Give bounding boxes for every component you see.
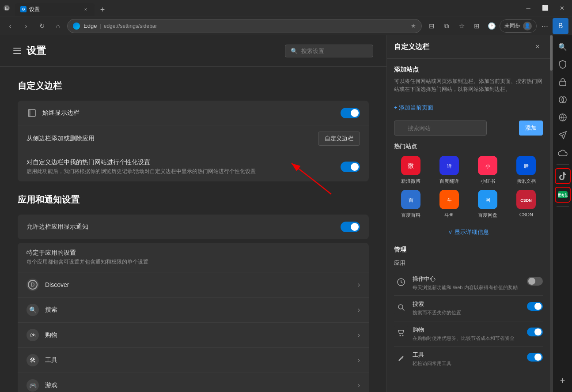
svg-line-28: [562, 134, 564, 136]
address-star-icon[interactable]: ★: [411, 23, 416, 29]
tab-close-btn[interactable]: ×: [82, 6, 89, 13]
discover-arrow: ›: [358, 281, 360, 289]
always-show-content: 始终显示边栏: [42, 109, 341, 117]
strip-cloud-btn[interactable]: [555, 145, 571, 161]
svg-point-26: [562, 97, 566, 103]
home-btn[interactable]: ⌂: [51, 19, 64, 33]
games-label: 游戏: [45, 381, 57, 389]
win-restore-btn[interactable]: ⊞: [4, 5, 10, 11]
collections-btn[interactable]: ⊞: [470, 19, 484, 33]
hot-site-baidu-netdisk[interactable]: 网 百度网盘: [471, 190, 504, 219]
sync-label: 未同步: [504, 22, 520, 30]
shopping-row[interactable]: 🛍 购物 ›: [18, 323, 369, 348]
add-site-btn[interactable]: 添加: [519, 121, 543, 136]
section-title-notify: 应用和通知设置: [18, 194, 369, 206]
strip-iqiyi-btn[interactable]: 爱奇艺: [555, 187, 571, 203]
strip-globe-btn[interactable]: [555, 109, 571, 125]
shopping-manage-toggle[interactable]: [527, 328, 543, 336]
hot-site-xiaohongshu[interactable]: 小 小红书: [471, 156, 504, 185]
strip-tiktok-btn[interactable]: [555, 168, 571, 184]
sidebar-panel-close-btn[interactable]: ×: [532, 41, 543, 52]
discover-row[interactable]: D Discover ›: [18, 272, 369, 298]
back-btn[interactable]: ‹: [4, 19, 17, 33]
hot-site-baidu-translate[interactable]: 译 百度翻译: [432, 156, 466, 185]
section-title-sidebar: 自定义边栏: [18, 80, 369, 92]
settings-content: 自定义边栏 始终显示边栏: [0, 67, 386, 392]
add-remove-content: 从侧边栏添加或删除应用: [27, 135, 318, 143]
add-site-section-title: 添加站点: [394, 66, 543, 74]
hot-site-weibo[interactable]: 微 新浪微博: [394, 156, 427, 185]
sidebar-panel-header: 自定义边栏 ×: [387, 35, 550, 59]
search-row[interactable]: 🔍 搜索 ›: [18, 298, 369, 323]
ops-toggle[interactable]: [527, 277, 543, 286]
strip-bag-btn[interactable]: [555, 74, 571, 90]
maximize-btn[interactable]: ⬜: [538, 1, 552, 15]
strip-send-btn[interactable]: [555, 127, 571, 143]
hot-site-baidu-baike[interactable]: 百 百度百科: [394, 190, 427, 219]
forward-btn[interactable]: ›: [19, 19, 33, 33]
tools-manage-desc: 轻松访问常用工具: [413, 360, 523, 367]
strip-shield-btn[interactable]: [555, 57, 571, 72]
tab-groups-btn[interactable]: ⧉: [439, 19, 454, 33]
shopping-manage-desc: 在购物时使用优惠券、比较节省成本和节省资金: [413, 335, 523, 342]
hot-site-douyu[interactable]: 斗 斗鱼: [432, 190, 466, 219]
search-app-label: 搜索: [45, 306, 57, 314]
svg-rect-24: [560, 81, 566, 86]
address-input[interactable]: Edge | edge://settings/sidebar ★: [67, 19, 422, 33]
app-specific-row: 特定于应用的设置 每个应用都包含可设置并包含通知和权限的单个设置: [18, 243, 369, 272]
strip-add-btn[interactable]: +: [555, 373, 571, 388]
sync-btn[interactable]: 未同步 👤: [500, 19, 537, 33]
active-tab[interactable]: ⚙ 设置 ×: [15, 3, 95, 16]
search-site-input[interactable]: [394, 121, 487, 136]
baidu-translate-icon: 译: [439, 156, 459, 175]
svg-point-22: [400, 335, 401, 336]
games-row[interactable]: 🎮 游戏 ›: [18, 373, 369, 392]
split-view-btn[interactable]: ⊟: [424, 19, 439, 33]
tools-manage-toggle[interactable]: [527, 353, 543, 362]
strip-divider-1: [557, 164, 569, 165]
svg-text:CSDN: CSDN: [521, 198, 532, 203]
search-site-wrapper: 🔍: [394, 121, 515, 136]
manage-item-shopping: 购物 在购物时使用优惠券、比较节省成本和节省资金: [394, 321, 543, 347]
settings-card-main: 始终显示边栏 从侧边栏添加或删除应用 自定义边栏: [18, 101, 369, 181]
xiaohongshu-icon: 小: [478, 156, 497, 175]
edge-logo-icon: [73, 23, 80, 30]
svg-text:译: 译: [447, 163, 451, 169]
hot-site-csdn[interactable]: CSDN CSDN: [510, 190, 543, 219]
ops-desc: 每天浏览新功能和 Web 内容以获得有价值的奖励: [413, 284, 523, 291]
bing-btn[interactable]: B: [553, 18, 568, 34]
strip-zoom-btn[interactable]: 🔍: [555, 39, 571, 55]
always-show-toggle[interactable]: [341, 108, 360, 118]
personalize-sublabel: 启用此功能后，我们将根据你的浏览历史记录/活动对自定义边栏中显示的热门网站进行个…: [27, 168, 341, 175]
show-details-btn[interactable]: ∨ 显示详细信息: [394, 226, 543, 239]
panel-scrollbar: [550, 35, 553, 392]
customize-sidebar-btn[interactable]: 自定义边栏: [318, 132, 360, 146]
hot-site-tencent[interactable]: 腾 腾讯文档: [510, 156, 543, 185]
allow-notify-content: 允许边栏应用显示通知: [27, 223, 341, 231]
more-btn[interactable]: ⋯: [538, 19, 552, 33]
svg-text:百: 百: [408, 197, 413, 203]
hamburger-icon[interactable]: [13, 48, 21, 54]
add-current-page-btn[interactable]: + 添加当前页面: [394, 100, 543, 115]
reload-btn[interactable]: ↻: [35, 19, 49, 33]
settings-search-box[interactable]: 🔍: [285, 45, 373, 57]
tools-row[interactable]: 🛠 工具 ›: [18, 348, 369, 373]
ops-icon: [394, 275, 408, 289]
add-current-label: + 添加当前页面: [394, 104, 433, 112]
favorites-btn[interactable]: ☆: [455, 19, 469, 33]
title-bar: ⊞ ⚙ 设置 × + ─ ⬜ ✕: [0, 0, 572, 16]
personalize-row: 对自定义边栏中我的热门网站进行个性化设置 启用此功能后，我们将根据你的浏览历史记…: [18, 152, 369, 181]
new-tab-btn[interactable]: +: [96, 4, 109, 16]
minimize-btn[interactable]: ─: [522, 1, 535, 15]
search-manage-toggle[interactable]: [527, 302, 543, 311]
baidu-netdisk-label: 百度网盘: [478, 212, 497, 219]
strip-theater-btn[interactable]: [555, 92, 571, 108]
allow-notify-toggle[interactable]: [341, 222, 360, 232]
settings-search-input[interactable]: [301, 48, 363, 54]
close-window-btn[interactable]: ✕: [555, 1, 568, 15]
personalize-toggle[interactable]: [341, 162, 360, 172]
toolbar-right: ⊟ ⧉ ☆ ⊞ 🕐 未同步 👤 ⋯ B: [424, 18, 568, 34]
history-btn[interactable]: 🕐: [485, 19, 499, 33]
games-icon: 🎮: [27, 379, 39, 392]
settings-card-app-specific: 特定于应用的设置 每个应用都包含可设置并包含通知和权限的单个设置 D Disco…: [18, 243, 369, 392]
